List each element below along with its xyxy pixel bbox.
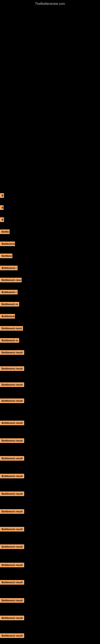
bottleneck-result-label: Bottleneck re [0,302,19,306]
bottleneck-result-label: Bottleneck result [0,474,24,478]
bottleneck-result-label: Bottleneck result [0,382,24,387]
bottleneck-result-label: Bottleneck result [0,563,24,567]
bottleneck-result-label: Bottleneck result [0,350,24,355]
bottleneck-result-label: Bottleneck result [0,456,24,461]
bottleneck-result-label: B [0,205,3,210]
bottleneck-result-label: Bottleneck result [0,527,24,532]
bottleneck-result-label: Bottleneck re [0,338,19,343]
bottleneck-result-label: Bottleneck resul [0,326,23,331]
bottleneck-result-label: Bottleneck result [0,544,24,549]
bottleneck-result-label: Bottleneck r [0,266,18,270]
bottleneck-result-label: Bottleneck result [0,438,24,443]
bottleneck-result-label: B [0,193,4,198]
bottleneck-result-label: Bottleneck resu [0,278,22,282]
bottleneck-result-label: Bottleneck result [0,492,24,496]
bottleneck-result-label: Bottleneck result [0,616,24,620]
bottleneck-result-label: B [0,217,4,222]
bottleneck-result-label: Bottleneck result [0,398,24,403]
bottleneck-result-label: Bottleneck r [0,290,18,294]
bottleneck-result-label: Bottleneck result [0,598,24,603]
bottleneck-result-label: Bottleneck [0,314,15,318]
bottleneck-result-label: Bottleneck result [0,580,24,585]
site-title: TheBottlenecker.com [0,0,100,8]
bottleneck-result-label: Bottleneck result [0,366,24,371]
bottleneck-result-label: Bottleneck [0,242,15,246]
bottleneck-result-label: Bottle [0,230,10,234]
bottleneck-result-label: Bottlene [0,254,12,258]
bottleneck-result-label: Bottleneck result [0,420,24,425]
bottleneck-result-label: Bottleneck result [0,509,24,514]
bottleneck-result-label: Bottleneck result [0,633,24,638]
